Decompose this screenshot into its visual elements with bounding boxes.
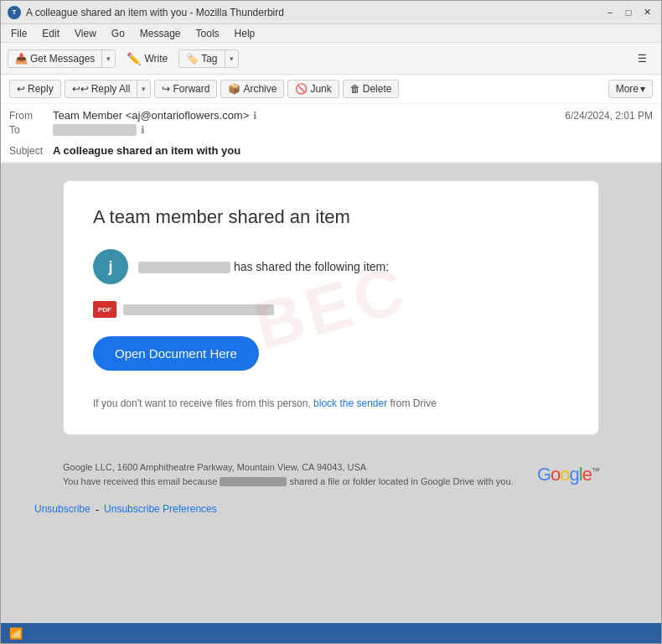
menu-go[interactable]: Go (105, 26, 132, 41)
archive-label: Archive (243, 83, 277, 95)
status-bar: 📶 (1, 623, 661, 643)
shared-text: has shared the following item: (234, 260, 389, 273)
forward-button[interactable]: ↪ Forward (154, 80, 217, 98)
get-messages-dropdown[interactable]: ▾ (102, 50, 115, 67)
more-label: More (616, 83, 639, 95)
delete-button[interactable]: 🗑 Delete (343, 80, 400, 98)
sender-row: j has shared the following item: (93, 249, 569, 284)
junk-button[interactable]: 🚫 Junk (287, 80, 339, 98)
subject-value: A colleague shared an item with you (53, 144, 240, 157)
menu-tools[interactable]: Tools (189, 26, 226, 41)
menu-view[interactable]: View (68, 26, 103, 41)
tag-button[interactable]: 🏷️ Tag (179, 50, 225, 67)
to-value-blurred (53, 124, 137, 136)
unsubscribe-link[interactable]: Unsubscribe (34, 503, 91, 516)
tag-icon: 🏷️ (186, 53, 199, 65)
get-messages-button[interactable]: 📥 Get Messages (8, 50, 102, 67)
tag-dropdown[interactable]: ▾ (225, 50, 238, 67)
to-info-icon[interactable]: ℹ (141, 124, 145, 136)
google-address: Google LLC, 1600 Amphitheatre Parkway, M… (63, 462, 366, 472)
open-document-button[interactable]: Open Document Here (93, 336, 259, 371)
menu-bar: File Edit View Go Message Tools Help (1, 24, 661, 43)
from-info-icon[interactable]: ℹ (253, 110, 257, 122)
reply-icon: ↩ (17, 83, 25, 95)
more-button[interactable]: More ▾ (608, 80, 653, 98)
write-icon: ✏️ (127, 52, 141, 65)
reply-button[interactable]: ↩ Reply (9, 80, 61, 98)
app-icon: T (8, 6, 21, 19)
card-footer-text: If you don't want to receive files from … (93, 397, 569, 409)
card-title: A team member shared an item (93, 206, 569, 228)
menu-message[interactable]: Message (133, 26, 188, 41)
toolbar: 📥 Get Messages ▾ ✏️ Write 🏷️ Tag ▾ ☰ (1, 43, 661, 75)
menu-help[interactable]: Help (228, 26, 262, 41)
pdf-icon: PDF (93, 301, 116, 318)
maximize-button[interactable]: □ (621, 5, 636, 20)
forward-icon: ↪ (162, 83, 170, 95)
email-date: 6/24/2024, 2:01 PM (565, 110, 653, 122)
reply-all-icon: ↩↩ (72, 83, 89, 95)
from-value: Team Member <aj@ontarioflowers.com> (53, 109, 249, 122)
write-label: Write (144, 53, 168, 65)
google-footer: Google LLC, 1600 Amphitheatre Parkway, M… (63, 452, 599, 496)
file-name-blurred (123, 304, 274, 315)
email-meta: From Team Member <aj@ontarioflowers.com>… (1, 104, 661, 142)
main-window: T A colleague shared an item with you - … (0, 0, 662, 644)
get-messages-label: Get Messages (30, 53, 95, 65)
reply-all-dropdown[interactable]: ▾ (137, 80, 150, 97)
tag-label: Tag (201, 53, 217, 65)
avatar-letter: j (108, 258, 112, 276)
archive-button[interactable]: 📦 Archive (220, 80, 284, 98)
google-received-text: You have received this email because (63, 476, 217, 486)
delete-icon: 🗑 (350, 83, 360, 95)
archive-icon: 📦 (228, 83, 240, 95)
email-action-bar: ↩ Reply ↩↩ Reply All ▾ ↪ Forward 📦 Archi… (1, 75, 661, 104)
forward-label: Forward (173, 83, 209, 95)
avatar: j (93, 249, 128, 284)
footer-suffix: from Drive (390, 397, 437, 409)
email-card: BEC A team member shared an item j has s… (63, 180, 599, 435)
reply-all-button[interactable]: ↩↩ Reply All (65, 80, 138, 97)
footer-prefix: If you don't want to receive files from … (93, 397, 311, 409)
from-label: From (9, 110, 53, 122)
close-button[interactable]: ✕ (639, 5, 654, 20)
subject-row: Subject A colleague shared an item with … (1, 142, 661, 163)
to-label: To (9, 124, 53, 136)
file-row: PDF (93, 301, 569, 318)
block-sender-link[interactable]: block the sender (313, 397, 387, 409)
google-logo: Google™ (537, 464, 599, 486)
write-button[interactable]: ✏️ Write (119, 48, 175, 70)
sender-text: has shared the following item: (138, 260, 389, 273)
unsubscribe-bar: Unsubscribe - Unsubscribe Preferences (18, 496, 644, 522)
to-row: To ℹ (9, 124, 653, 136)
sender-name-blurred (138, 262, 230, 273)
window-controls: − □ ✕ (603, 5, 654, 20)
google-footer-text: Google LLC, 1600 Amphitheatre Parkway, M… (63, 460, 520, 488)
unsubscribe-preferences-link[interactable]: Unsubscribe Preferences (104, 503, 217, 516)
email-header: ↩ Reply ↩↩ Reply All ▾ ↪ Forward 📦 Archi… (1, 75, 661, 164)
delete-label: Delete (363, 83, 392, 95)
reply-label: Reply (28, 83, 54, 95)
junk-icon: 🚫 (295, 83, 308, 95)
get-messages-split-button: 📥 Get Messages ▾ (8, 49, 116, 68)
unsubscribe-separator: - (96, 503, 99, 516)
window-title: A colleague shared an item with you - Mo… (26, 7, 603, 18)
menu-file[interactable]: File (4, 26, 34, 41)
tag-split-button: 🏷️ Tag ▾ (178, 49, 238, 68)
reply-all-label: Reply All (91, 83, 131, 95)
email-body: BEC A team member shared an item j has s… (1, 164, 661, 623)
title-bar: T A colleague shared an item with you - … (1, 1, 661, 24)
google-recipient-blurred (220, 477, 287, 486)
minimize-button[interactable]: − (603, 5, 618, 20)
reply-all-split-button: ↩↩ Reply All ▾ (65, 80, 152, 98)
wifi-icon: 📶 (9, 627, 23, 640)
get-messages-icon: 📥 (15, 53, 28, 65)
hamburger-menu-button[interactable]: ☰ (630, 49, 654, 69)
junk-label: Junk (310, 83, 331, 95)
hamburger-icon: ☰ (638, 53, 647, 65)
more-dropdown-icon: ▾ (640, 83, 645, 95)
subject-label: Subject (9, 145, 53, 157)
from-row: From Team Member <aj@ontarioflowers.com>… (9, 109, 653, 122)
google-received-suffix: shared a file or folder located in Googl… (289, 476, 513, 486)
menu-edit[interactable]: Edit (35, 26, 66, 41)
